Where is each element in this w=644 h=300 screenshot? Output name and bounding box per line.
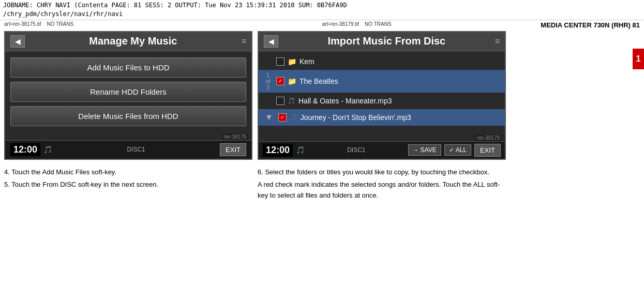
instruction-6: 6. Select the folders or titles you woul… xyxy=(258,167,506,178)
all-button[interactable]: ✓ ALL xyxy=(444,144,471,156)
list-item: ▼ ✓ 🎵 Journey - Don't Stop Believin'.mp3 xyxy=(259,109,505,126)
save-arrow-icon: → xyxy=(413,146,419,154)
import-panel-footer: 12:00 🎵 DISC1 → SAVE ✓ ALL EXIT xyxy=(259,141,505,159)
file-icon: 🎵 xyxy=(288,97,295,104)
left-art-label: art=rer-38175.tif NO TRANS xyxy=(4,21,73,27)
row-counter-col: 1 of 2 xyxy=(263,72,273,91)
row-label: Journey - Don't Stop Believin'.mp3 xyxy=(301,113,411,122)
row-label: Hall & Oates - Maneater.mp3 xyxy=(298,97,392,105)
bottom-text-area: 4. Touch the Add Music Files soft-key. 5… xyxy=(0,163,644,205)
save-button[interactable]: → SAVE xyxy=(408,144,441,156)
folder-icon: 📁 xyxy=(288,77,296,85)
row-label: Kem xyxy=(299,57,314,66)
import-exit-button[interactable]: EXIT xyxy=(474,144,501,157)
row-counter: ▼ xyxy=(263,113,275,122)
list-item: 1 of 2 ✓ 📁 The Beatles xyxy=(259,70,505,93)
all-label: ALL xyxy=(456,146,467,154)
save-label: SAVE xyxy=(421,146,437,154)
manage-panel-footer: 12:00 🎵 DISC1 EXIT xyxy=(5,140,251,159)
down-arrow-icon: ▼ xyxy=(265,113,273,122)
instruction-4: 4. Touch the Add Music Files soft-key. xyxy=(4,167,252,178)
import-music-panel: ◀ Import Music From Disc ≡ 📁 Kem 1 of xyxy=(258,31,506,160)
all-check-icon: ✓ xyxy=(449,146,454,154)
bottom-left-col: 4. Touch the Add Music Files soft-key. 5… xyxy=(4,167,252,203)
instruction-5: 5. Touch the From DISC soft-key in the n… xyxy=(4,179,252,190)
list-item: 🎵 Hall & Oates - Maneater.mp3 xyxy=(259,93,505,109)
manage-back-button[interactable]: ◀ xyxy=(10,35,25,48)
list-item: 📁 Kem xyxy=(259,53,505,70)
import-menu-icon[interactable]: ≡ xyxy=(495,37,500,46)
left-ref-label: rer-38175 xyxy=(222,133,248,140)
header-line2: /chry_pdm/chrysler/navi/rhr/navi xyxy=(3,10,641,19)
row-label: The Beatles xyxy=(299,77,338,85)
manage-panel-body: Add Music Files to HDD Rename HDD Folder… xyxy=(5,51,251,132)
counter-2: 2 xyxy=(266,84,269,91)
row-checkbox-checked[interactable]: ✓ xyxy=(278,113,287,122)
instruction-note: A red check mark indicates the selected … xyxy=(258,179,506,201)
manage-exit-button[interactable]: EXIT xyxy=(220,143,246,156)
counter-1: 1 xyxy=(266,72,269,78)
header-line1: JOBNAME: CHRY NAVI (Contenta PAGE: 81 SE… xyxy=(3,1,641,10)
manage-music-icon: 🎵 xyxy=(43,145,52,154)
row-checkbox[interactable] xyxy=(276,57,284,66)
row-checkbox-checked[interactable]: ✓ xyxy=(276,77,284,85)
manage-footer-time: 12:00 xyxy=(10,143,40,156)
red-tab: 1 xyxy=(633,49,644,69)
file-icon: 🎵 xyxy=(290,114,297,121)
import-disc-label: DISC1 xyxy=(308,146,405,154)
manage-music-panel: ◀ Manage My Music ≡ Add Music Files to H… xyxy=(4,31,252,160)
manage-menu-icon[interactable]: ≡ xyxy=(242,37,246,46)
import-panel-header: ◀ Import Music From Disc ≡ xyxy=(259,32,505,51)
row-checkbox[interactable] xyxy=(276,97,284,105)
folder-icon: 📁 xyxy=(288,57,296,66)
manage-disc-label: DISC1 xyxy=(55,146,217,153)
import-footer-time: 12:00 xyxy=(263,144,293,157)
right-art-label: art=rer-38179.tif NO TRANS xyxy=(322,21,392,27)
bottom-right-col: 6. Select the folders or titles you woul… xyxy=(258,167,506,203)
content-area: ◀ Manage My Music ≡ Add Music Files to H… xyxy=(0,28,644,163)
manage-panel-title: Manage My Music xyxy=(29,35,237,47)
right-ref-label: rer-38179 xyxy=(475,134,502,141)
import-music-icon: 🎵 xyxy=(296,146,305,154)
import-back-button[interactable]: ◀ xyxy=(264,35,278,48)
counter-of: of xyxy=(265,78,270,84)
import-panel-title: Import Music From Disc xyxy=(282,35,491,47)
delete-music-files-button[interactable]: Delete Music Files from HDD xyxy=(10,106,246,126)
import-list-area: 📁 Kem 1 of 2 ✓ 📁 The Beatles xyxy=(259,51,505,133)
rename-folders-button[interactable]: Rename HDD Folders xyxy=(10,82,246,102)
page-header: JOBNAME: CHRY NAVI (Contenta PAGE: 81 SE… xyxy=(0,0,644,20)
add-music-files-button[interactable]: Add Music Files to HDD xyxy=(10,57,246,78)
manage-panel-header: ◀ Manage My Music ≡ xyxy=(5,32,251,51)
